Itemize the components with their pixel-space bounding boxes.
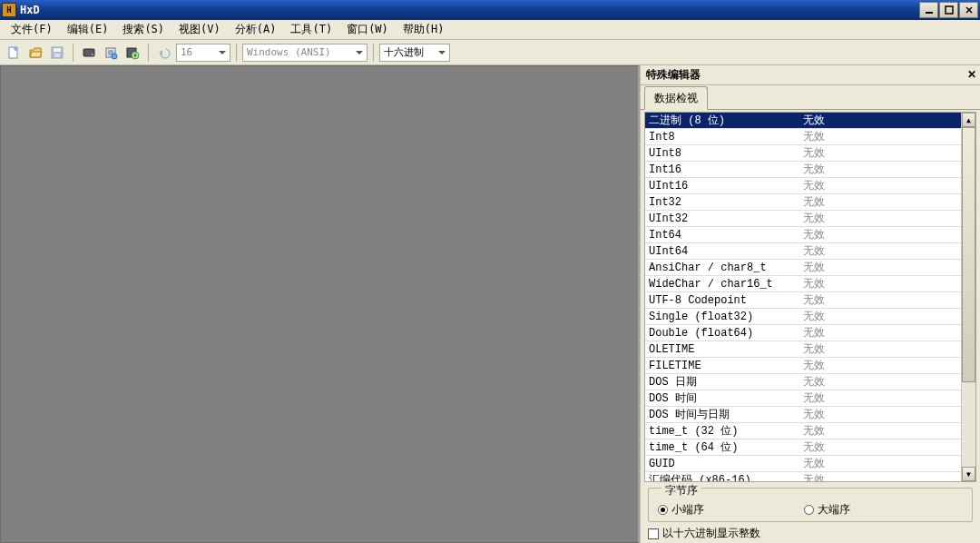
- close-button[interactable]: [959, 2, 978, 18]
- open-disk-image-button[interactable]: [122, 43, 142, 63]
- scroll-down-arrow[interactable]: ▼: [962, 467, 975, 481]
- radio-label: 大端序: [818, 502, 850, 518]
- inspector-row[interactable]: DOS 时间与日期无效: [645, 407, 961, 423]
- minimize-button[interactable]: [919, 2, 938, 18]
- side-panel-header: 特殊编辑器 ✕: [641, 65, 980, 85]
- scroll-up-arrow[interactable]: ▲: [962, 113, 975, 127]
- inspector-type-name: FILETIME: [645, 360, 799, 372]
- numeral-base-value: 十六进制: [384, 45, 424, 59]
- inspector-row[interactable]: 二进制 (8 位)无效: [645, 113, 961, 129]
- menu-search[interactable]: 搜索(S): [115, 19, 172, 40]
- inspector-row[interactable]: GUID无效: [645, 456, 961, 472]
- hex-workspace[interactable]: [0, 65, 640, 543]
- side-tabs: 数据检视: [641, 85, 980, 109]
- close-icon[interactable]: ✕: [967, 68, 976, 81]
- inspector-type-name: DOS 时间: [645, 390, 799, 406]
- inspector-row[interactable]: UInt64无效: [645, 243, 961, 260]
- bytes-per-row-select[interactable]: 16: [176, 44, 230, 62]
- inspector-value: 无效: [799, 276, 961, 291]
- open-ram-button[interactable]: [101, 43, 121, 63]
- inspector-row[interactable]: AnsiChar / char8_t无效: [645, 260, 961, 276]
- inspector-row[interactable]: Int64无效: [645, 227, 961, 243]
- toolbar-separator: [148, 44, 149, 62]
- inspector-value: 无效: [799, 325, 961, 341]
- inspector-row[interactable]: Double (float64)无效: [645, 325, 961, 341]
- side-panel-title: 特殊编辑器: [646, 67, 701, 83]
- vertical-scrollbar[interactable]: ▲ ▼: [961, 113, 975, 481]
- inspector-row[interactable]: FILETIME无效: [645, 358, 961, 374]
- toolbar: 16 Windows (ANSI) 十六进制: [0, 40, 980, 65]
- numeral-base-select[interactable]: 十六进制: [379, 44, 450, 62]
- inspector-value: 无效: [799, 341, 961, 357]
- inspector-type-name: UInt8: [645, 147, 799, 160]
- byte-order-legend: 字节序: [662, 483, 701, 499]
- inspector-row[interactable]: UInt32无效: [645, 211, 961, 227]
- inspector-row[interactable]: UTF-8 Codepoint无效: [645, 292, 961, 309]
- inspector-type-name: UInt64: [645, 245, 799, 258]
- inspector-type-name: Int64: [645, 229, 799, 242]
- menu-tools[interactable]: 工具(T): [283, 19, 339, 40]
- inspector-type-name: Int16: [645, 163, 799, 176]
- inspector-type-name: 汇编代码 (x86-16): [645, 472, 799, 481]
- inspector-row[interactable]: UInt8无效: [645, 145, 961, 162]
- hex-integers-checkbox-row[interactable]: 以十六进制显示整数: [648, 526, 973, 541]
- radio-circle-icon: [804, 505, 814, 515]
- inspector-type-name: Int8: [645, 131, 799, 143]
- inspector-value: 无效: [799, 211, 961, 226]
- menu-analyze[interactable]: 分析(A): [228, 19, 284, 40]
- menu-help[interactable]: 帮助(H): [396, 19, 452, 40]
- radio-label: 小端序: [671, 502, 704, 518]
- inspector-row[interactable]: Int32无效: [645, 194, 961, 211]
- inspector-value: 无效: [799, 162, 961, 177]
- inspector-row[interactable]: Int16无效: [645, 162, 961, 178]
- svg-marker-7: [30, 52, 42, 57]
- inspector-type-name: UInt32: [645, 212, 799, 225]
- undo-button[interactable]: [154, 43, 174, 63]
- inspector-row[interactable]: time_t (64 位)无效: [645, 439, 961, 456]
- tab-data-inspector[interactable]: 数据检视: [644, 86, 708, 110]
- scroll-track[interactable]: [962, 127, 975, 467]
- menu-edit[interactable]: 编辑(E): [60, 19, 116, 40]
- inspector-value: 无效: [799, 472, 961, 481]
- inspector-value: 无效: [799, 260, 961, 275]
- inspector-type-name: DOS 时间与日期: [645, 407, 799, 422]
- radio-big-endian[interactable]: 大端序: [804, 502, 850, 518]
- inspector-row[interactable]: DOS 日期无效: [645, 374, 961, 390]
- tab-page-data-inspector: 二进制 (8 位)无效Int8无效UInt8无效Int16无效UInt16无效I…: [641, 109, 980, 543]
- maximize-button[interactable]: [939, 2, 958, 18]
- menu-window[interactable]: 窗口(W): [339, 19, 396, 40]
- inspector-row[interactable]: Int8无效: [645, 129, 961, 145]
- app-title: HxD: [20, 4, 918, 16]
- inspector-value: 无效: [799, 439, 961, 455]
- inspector-value: 无效: [799, 423, 961, 439]
- inspector-value: 无效: [799, 227, 961, 242]
- menu-view[interactable]: 视图(V): [172, 19, 228, 40]
- window-controls: [918, 2, 978, 18]
- radio-little-endian[interactable]: 小端序: [658, 502, 704, 518]
- inspector-type-name: WideChar / char16_t: [645, 278, 799, 291]
- inspector-type-name: DOS 日期: [645, 374, 799, 390]
- titlebar: H HxD: [0, 0, 980, 20]
- menubar: 文件(F) 编辑(E) 搜索(S) 视图(V) 分析(A) 工具(T) 窗口(W…: [0, 20, 980, 40]
- inspector-row[interactable]: time_t (32 位)无效: [645, 423, 961, 439]
- inspector-row[interactable]: DOS 时间无效: [645, 390, 961, 407]
- inspector-type-name: 二进制 (8 位): [645, 113, 799, 128]
- encoding-select[interactable]: Windows (ANSI): [242, 44, 368, 62]
- inspector-row[interactable]: 汇编代码 (x86-16)无效: [645, 472, 961, 481]
- inspector-value: 无效: [799, 243, 961, 259]
- scroll-thumb[interactable]: [962, 127, 975, 382]
- byte-order-radios: 小端序 大端序: [658, 502, 963, 518]
- menu-file[interactable]: 文件(F): [4, 19, 60, 40]
- inspector-type-name: UTF-8 Codepoint: [645, 294, 799, 307]
- open-file-button[interactable]: [25, 43, 45, 63]
- inspector-value: 无效: [799, 358, 961, 373]
- new-file-button[interactable]: [4, 43, 24, 63]
- inspector-row[interactable]: WideChar / char16_t无效: [645, 276, 961, 292]
- save-button[interactable]: [47, 43, 67, 63]
- inspector-row[interactable]: OLETIME无效: [645, 341, 961, 358]
- open-disk-button[interactable]: [79, 43, 99, 63]
- inspector-row[interactable]: Single (float32)无效: [645, 309, 961, 325]
- svg-rect-0: [926, 12, 933, 14]
- inspector-row[interactable]: UInt16无效: [645, 178, 961, 194]
- svg-point-15: [112, 54, 117, 59]
